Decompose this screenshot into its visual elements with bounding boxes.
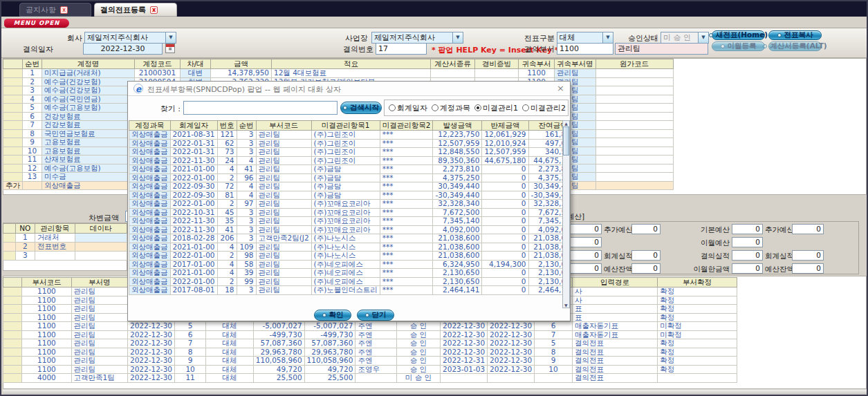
cell[interactable]: 1 bbox=[15, 234, 35, 243]
cell[interactable]: 7 bbox=[175, 339, 206, 348]
calendar-icon[interactable]: ▦ bbox=[165, 44, 175, 53]
cell[interactable]: 관리팀 bbox=[256, 148, 311, 157]
cell[interactable] bbox=[595, 181, 673, 190]
cell[interactable] bbox=[3, 296, 22, 305]
cell[interactable]: (주)그린조이 bbox=[311, 139, 380, 148]
cell[interactable]: (주)꼬매요코리아 bbox=[311, 217, 380, 226]
cell[interactable]: 161,821 bbox=[528, 131, 562, 140]
cell[interactable]: 승 인 bbox=[396, 365, 440, 374]
cell[interactable]: (주)네오피에스 bbox=[311, 260, 380, 269]
radio-계정과목[interactable]: 계정과목 bbox=[432, 103, 470, 113]
cell[interactable]: 외상매출금 bbox=[129, 260, 171, 269]
cell[interactable]: 건강보험료 bbox=[42, 121, 135, 130]
cell[interactable] bbox=[595, 147, 673, 155]
close-icon[interactable]: × bbox=[557, 83, 564, 93]
cell[interactable]: 외상매출금 bbox=[129, 156, 171, 165]
cell[interactable]: 관리팀 bbox=[256, 269, 311, 278]
cell[interactable] bbox=[475, 69, 519, 78]
cell[interactable]: 2018-02-28 bbox=[170, 234, 217, 243]
cell[interactable] bbox=[75, 252, 127, 261]
cell[interactable]: (주)꼬매요코리아 bbox=[311, 225, 380, 234]
cell[interactable]: 44,675,180 bbox=[482, 156, 528, 165]
cell[interactable]: 2022-12-30 bbox=[128, 330, 175, 339]
cell[interactable]: 관리팀 bbox=[256, 173, 311, 182]
cell[interactable]: 2,130,650 bbox=[528, 260, 562, 269]
cell[interactable]: 57,087,360 bbox=[304, 339, 355, 348]
cell[interactable]: 0 bbox=[482, 200, 528, 209]
cell[interactable]: 4,375,250 bbox=[433, 173, 482, 182]
cell[interactable] bbox=[3, 121, 23, 130]
find-input[interactable] bbox=[183, 101, 338, 115]
chevron-down-icon[interactable]: ▼ bbox=[452, 32, 463, 43]
cell[interactable]: 관리팀 bbox=[71, 330, 127, 339]
search-button[interactable]: 검색시작 bbox=[340, 102, 382, 114]
cell[interactable]: 45 bbox=[217, 208, 237, 217]
cell[interactable]: -5,007,027 bbox=[304, 322, 355, 331]
menu-open-badge[interactable]: MENU OPEN bbox=[4, 19, 69, 28]
cell[interactable] bbox=[595, 69, 673, 78]
cell[interactable]: 3 bbox=[237, 286, 256, 295]
cell[interactable]: *** bbox=[380, 165, 433, 174]
cell[interactable]: 5 bbox=[23, 104, 42, 113]
radio-미결관리2[interactable]: 미결관리2 bbox=[522, 103, 566, 113]
cell[interactable]: 미확정 bbox=[658, 322, 737, 331]
cell[interactable]: 3 bbox=[237, 234, 256, 243]
scrollbar-thumb[interactable] bbox=[563, 126, 569, 155]
cell[interactable]: 2022-12-30 bbox=[128, 357, 175, 366]
cell[interactable]: 7,345,140 bbox=[433, 217, 482, 226]
cell[interactable]: (주)금담 bbox=[311, 173, 380, 182]
cell[interactable]: 2022-12-30 bbox=[128, 374, 175, 383]
cell[interactable] bbox=[3, 365, 22, 374]
cell[interactable]: 관리팀 bbox=[256, 208, 311, 217]
cell[interactable]: 2022-12-30 bbox=[441, 330, 488, 339]
cell[interactable]: 2 bbox=[15, 243, 35, 252]
company-select[interactable]: 제일저지주식회사▼ bbox=[84, 32, 176, 44]
cell[interactable]: 관리팀 bbox=[71, 348, 127, 357]
cell[interactable]: (주)꼬매요코리아 bbox=[311, 208, 380, 217]
cell[interactable] bbox=[3, 147, 23, 155]
cell[interactable] bbox=[3, 322, 22, 331]
cell[interactable]: 관리팀 bbox=[256, 165, 311, 174]
voucher-list-row[interactable]: 1100관리팀2022-12-309대체110,058,960110,058,9… bbox=[3, 357, 737, 366]
cell[interactable]: 2022-12-30 bbox=[488, 365, 535, 374]
cell[interactable]: 4 bbox=[217, 165, 237, 174]
cell[interactable]: 2023-01-03 bbox=[441, 365, 488, 374]
voucher-list-row[interactable]: 1100관리팀2022-12-305대체-5,007,027-5,007,027… bbox=[3, 322, 737, 331]
cell[interactable] bbox=[3, 252, 16, 261]
cell[interactable]: 주엔 bbox=[355, 330, 396, 339]
cell[interactable]: (주)네오피에스 bbox=[311, 277, 380, 286]
cell[interactable]: 2022-12-30 bbox=[488, 330, 535, 339]
cell[interactable]: 외상매출금 bbox=[129, 191, 171, 200]
cell[interactable]: 예수금(고용보험) bbox=[42, 164, 135, 173]
open-item-row[interactable]: 외상매출금2022-10-31453관리팀(주)꼬매요코리아***7,672,5… bbox=[129, 208, 563, 217]
cell[interactable]: 4,194,300 bbox=[482, 260, 528, 269]
cell[interactable] bbox=[488, 374, 535, 383]
cell[interactable]: 미수금 bbox=[42, 173, 135, 182]
cell[interactable]: -5,007,027 bbox=[253, 322, 304, 331]
open-item-row[interactable]: 외상매출금2022-01-00299관리팀(주)네오피에스***2,130,65… bbox=[129, 277, 563, 286]
ok-button[interactable]: 확인 bbox=[314, 310, 351, 321]
new-slip-button[interactable]: 새전표(Home) bbox=[712, 30, 765, 40]
cell[interactable]: 4 bbox=[237, 182, 256, 191]
cell[interactable]: 주엔 bbox=[355, 339, 396, 348]
cell[interactable]: 매출자동기표 bbox=[572, 322, 657, 331]
cell[interactable]: 12월 4대보험료 bbox=[272, 69, 431, 78]
cell[interactable]: 1100 bbox=[22, 339, 71, 348]
site-select[interactable]: 제일저지주식회사▼ bbox=[371, 32, 463, 44]
cell[interactable]: 결의전표 bbox=[572, 348, 657, 357]
cell[interactable]: 주엔 bbox=[355, 322, 396, 331]
cell[interactable] bbox=[23, 181, 42, 190]
cell[interactable]: 2022-10-31 bbox=[170, 208, 217, 217]
cell[interactable]: 사 bbox=[572, 296, 657, 305]
cell[interactable]: 7,672,500 bbox=[433, 208, 482, 217]
cell[interactable]: (주)그린조이 bbox=[311, 131, 380, 140]
cell[interactable]: 관리팀 bbox=[256, 139, 311, 148]
cell[interactable]: 81 bbox=[217, 191, 237, 200]
cell[interactable] bbox=[595, 86, 673, 95]
cell[interactable]: 11 bbox=[23, 155, 42, 164]
open-item-row[interactable]: 외상매출금2022-01-31623관리팀(주)그린조이***12,507,95… bbox=[129, 139, 563, 148]
cell[interactable] bbox=[441, 374, 488, 383]
cell[interactable]: 관리팀 bbox=[256, 277, 311, 286]
cell[interactable]: 5 bbox=[535, 339, 573, 348]
cell[interactable]: 29,963,780 bbox=[304, 348, 355, 357]
